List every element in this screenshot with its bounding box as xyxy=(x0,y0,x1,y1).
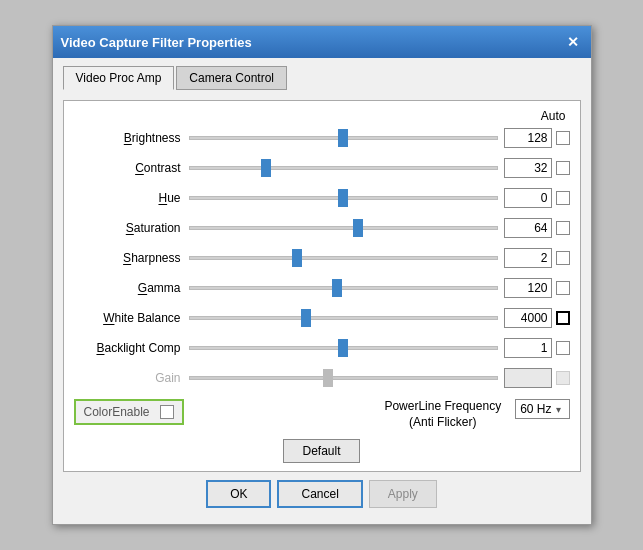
sharpness-label: Sharpness xyxy=(74,251,189,265)
contrast-track xyxy=(189,166,498,170)
gamma-track xyxy=(189,286,498,290)
contrast-auto-checkbox[interactable] xyxy=(556,161,570,175)
brightness-label: Brightness xyxy=(74,131,189,145)
contrast-slider-container xyxy=(189,158,498,178)
saturation-thumb[interactable] xyxy=(353,219,363,237)
default-button[interactable]: Default xyxy=(283,439,359,463)
gain-input xyxy=(504,368,552,388)
backlight-comp-slider-container xyxy=(189,338,498,358)
white-balance-auto-checkbox[interactable] xyxy=(556,311,570,325)
saturation-slider-container xyxy=(189,218,498,238)
backlight-comp-thumb[interactable] xyxy=(338,339,348,357)
window-title: Video Capture Filter Properties xyxy=(61,35,252,50)
dropdown-arrow-icon: ▾ xyxy=(556,404,561,415)
title-bar: Video Capture Filter Properties ✕ xyxy=(53,26,591,58)
contrast-label: Contrast xyxy=(74,161,189,175)
saturation-label: Saturation xyxy=(74,221,189,235)
color-enable-box: ColorEnable xyxy=(74,399,184,425)
brightness-row: Brightness xyxy=(74,125,570,151)
tab-video-proc-amp[interactable]: Video Proc Amp xyxy=(63,66,175,90)
sharpness-input[interactable] xyxy=(504,248,552,268)
gain-auto-checkbox xyxy=(556,371,570,385)
backlight-comp-label: Backlight Comp xyxy=(74,341,189,355)
backlight-comp-track xyxy=(189,346,498,350)
apply-button[interactable]: Apply xyxy=(369,480,437,508)
backlight-comp-input[interactable] xyxy=(504,338,552,358)
bottom-area: ColorEnable PowerLine Frequency (Anti Fl… xyxy=(74,399,570,430)
sharpness-slider-container xyxy=(189,248,498,268)
default-button-area: Default xyxy=(74,439,570,463)
tab-camera-control[interactable]: Camera Control xyxy=(176,66,287,90)
white-balance-thumb[interactable] xyxy=(301,309,311,327)
content-area: Video Proc Amp Camera Control Auto Brigh… xyxy=(53,58,591,523)
backlight-comp-row: Backlight Comp xyxy=(74,335,570,361)
gain-label: Gain xyxy=(74,371,189,385)
saturation-row: Saturation xyxy=(74,215,570,241)
saturation-input[interactable] xyxy=(504,218,552,238)
hue-input[interactable] xyxy=(504,188,552,208)
hue-slider-container xyxy=(189,188,498,208)
sharpness-track xyxy=(189,256,498,260)
gain-slider-container xyxy=(189,368,498,388)
dialog-button-row: OK Cancel Apply xyxy=(63,472,581,514)
hue-thumb[interactable] xyxy=(338,189,348,207)
main-window: Video Capture Filter Properties ✕ Video … xyxy=(52,25,592,524)
auto-header-label: Auto xyxy=(74,109,570,123)
main-panel: Auto Brightness Contrast xyxy=(63,100,581,471)
brightness-auto-checkbox[interactable] xyxy=(556,131,570,145)
sharpness-thumb[interactable] xyxy=(292,249,302,267)
close-button[interactable]: ✕ xyxy=(563,32,583,52)
hue-track xyxy=(189,196,498,200)
hue-label: Hue xyxy=(74,191,189,205)
gain-track xyxy=(189,376,498,380)
sharpness-row: Sharpness xyxy=(74,245,570,271)
brightness-input[interactable] xyxy=(504,128,552,148)
brightness-thumb[interactable] xyxy=(338,129,348,147)
white-balance-input[interactable] xyxy=(504,308,552,328)
backlight-comp-auto-checkbox[interactable] xyxy=(556,341,570,355)
contrast-thumb[interactable] xyxy=(261,159,271,177)
gamma-input[interactable] xyxy=(504,278,552,298)
powerline-area: PowerLine Frequency (Anti Flicker) xyxy=(384,399,501,430)
contrast-row: Contrast xyxy=(74,155,570,181)
gamma-thumb[interactable] xyxy=(332,279,342,297)
powerline-select[interactable]: 60 Hz ▾ xyxy=(515,399,569,419)
hue-auto-checkbox[interactable] xyxy=(556,191,570,205)
contrast-input[interactable] xyxy=(504,158,552,178)
powerline-label: PowerLine Frequency (Anti Flicker) xyxy=(384,399,501,430)
white-balance-row: White Balance xyxy=(74,305,570,331)
saturation-track xyxy=(189,226,498,230)
cancel-button[interactable]: Cancel xyxy=(277,480,362,508)
gamma-row: Gamma xyxy=(74,275,570,301)
gamma-auto-checkbox[interactable] xyxy=(556,281,570,295)
white-balance-label: White Balance xyxy=(74,311,189,325)
tab-bar: Video Proc Amp Camera Control xyxy=(63,66,581,90)
ok-button[interactable]: OK xyxy=(206,480,271,508)
brightness-slider-container xyxy=(189,128,498,148)
color-enable-label: ColorEnable xyxy=(84,405,150,419)
hue-row: Hue xyxy=(74,185,570,211)
gain-row: Gain xyxy=(74,365,570,391)
white-balance-slider-container xyxy=(189,308,498,328)
gamma-slider-container xyxy=(189,278,498,298)
white-balance-track xyxy=(189,316,498,320)
brightness-track xyxy=(189,136,498,140)
sharpness-auto-checkbox[interactable] xyxy=(556,251,570,265)
gain-thumb xyxy=(323,369,333,387)
gamma-label: Gamma xyxy=(74,281,189,295)
color-enable-checkbox[interactable] xyxy=(160,405,174,419)
saturation-auto-checkbox[interactable] xyxy=(556,221,570,235)
